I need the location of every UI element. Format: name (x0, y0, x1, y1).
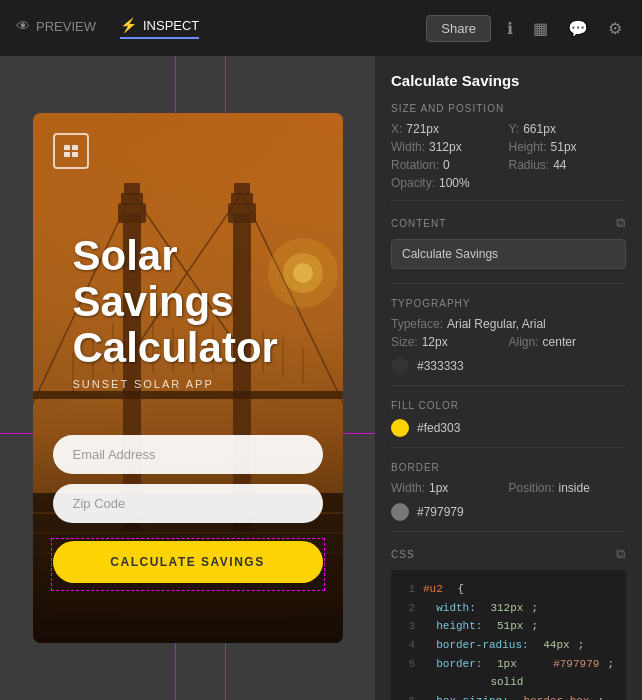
opacity-label: Opacity: (391, 176, 435, 190)
rotation-label: Rotation: (391, 158, 439, 172)
border-pos-label: Position: (509, 481, 555, 495)
preview-label: PREVIEW (36, 19, 96, 34)
css-line-4: 4 border-radius: 44px; (403, 636, 614, 655)
css-block: 1 #u2 { 2 width: 312px; 3 height: 51px; … (391, 570, 626, 700)
app-title-text: Solar Savings Calculator (73, 233, 278, 372)
radius-prop: Radius: 44 (509, 158, 627, 172)
css-copy-icon[interactable]: ⧉ (616, 546, 626, 562)
share-button[interactable]: Share (426, 15, 491, 42)
fill-section: FILL COLOR (391, 400, 626, 411)
width-value: 312px (429, 140, 462, 154)
typography-header: TYPOGRAPHY (391, 298, 470, 309)
x-value: 721px (406, 122, 439, 136)
css-line-6: 6 box-sizing: border-box; (403, 692, 614, 700)
panel-title: Calculate Savings (391, 72, 626, 89)
typo-color-value: #333333 (417, 359, 464, 373)
css-line-3: 3 height: 51px; (403, 617, 614, 636)
align-label: Align: (509, 335, 539, 349)
fill-header: FILL COLOR (391, 400, 459, 411)
inspect-label: INSPECT (143, 18, 199, 33)
border-position-prop: Position: inside (509, 481, 627, 495)
border-width-value: 1px (429, 481, 448, 495)
css-section: CSS ⧉ (391, 546, 626, 562)
border-pos-value: inside (559, 481, 590, 495)
inspect-tab[interactable]: ⚡ INSPECT (120, 17, 199, 39)
border-color-row: #797979 (391, 503, 626, 521)
fill-color-swatch (391, 419, 409, 437)
typeface-value: Arial Regular, Arial (447, 317, 546, 331)
typo-color-row: #333333 (391, 357, 626, 375)
preview-icon: 👁 (16, 18, 30, 34)
main-content: Solar Savings Calculator SUNSET SOLAR AP… (0, 56, 642, 700)
content-input[interactable] (391, 239, 626, 269)
fill-color-value: #fed303 (417, 421, 460, 435)
css-ln-1: 1 (403, 580, 415, 599)
divider-5 (391, 531, 626, 532)
typeface-row: Typeface: Arial Regular, Arial (391, 317, 626, 331)
divider-1 (391, 200, 626, 201)
divider-4 (391, 447, 626, 448)
settings-icon[interactable]: ⚙ (604, 15, 626, 42)
y-prop: Y: 661px (509, 122, 627, 136)
x-label: X: (391, 122, 402, 136)
width-prop: Width: 312px (391, 140, 509, 154)
y-value: 661px (523, 122, 556, 136)
title-line1: Solar (73, 232, 178, 279)
typo-size-align: Size: 12px Align: center (391, 335, 626, 349)
border-width-label: Width: (391, 481, 425, 495)
typography-section: TYPOGRAPHY (391, 298, 626, 309)
app-header-icon (53, 133, 89, 169)
border-width-prop: Width: 1px (391, 481, 509, 495)
align-prop: Align: center (509, 335, 627, 349)
inspect-panel: Calculate Savings SIZE AND POSITION X: 7… (375, 56, 642, 700)
css-line-5: 5 border: 1px solid #797979; (403, 655, 614, 692)
fill-color-row: #fed303 (391, 419, 626, 437)
opacity-value: 100% (439, 176, 470, 190)
top-nav: 👁 PREVIEW ⚡ INSPECT Share ℹ ▦ 💬 ⚙ (0, 0, 642, 56)
height-prop: Height: 51px (509, 140, 627, 154)
x-prop: X: 721px (391, 122, 509, 136)
divider-3 (391, 385, 626, 386)
preview-tab[interactable]: 👁 PREVIEW (16, 18, 96, 38)
align-value: center (543, 335, 576, 349)
app-mock[interactable]: Solar Savings Calculator SUNSET SOLAR AP… (33, 113, 343, 643)
height-value: 51px (551, 140, 577, 154)
svg-rect-23 (33, 391, 343, 399)
radius-value: 44 (553, 158, 566, 172)
size-label: Size: (391, 335, 418, 349)
css-header: CSS (391, 549, 415, 560)
border-header: BORDER (391, 462, 440, 473)
typeface-label: Typeface: (391, 317, 443, 331)
size-position-header: SIZE AND POSITION (391, 103, 504, 114)
content-section: CONTENT ⧉ (391, 215, 626, 231)
typo-color-swatch (391, 357, 409, 375)
cta-button[interactable]: CALCULATE SAVINGS (53, 541, 323, 583)
rotation-value: 0 (443, 158, 450, 172)
width-label: Width: (391, 140, 425, 154)
css-line-1: 1 #u2 { (403, 580, 614, 599)
copy-icon[interactable]: ⧉ (616, 215, 626, 231)
content-header: CONTENT (391, 218, 446, 229)
radius-label: Radius: (509, 158, 550, 172)
nav-tabs: 👁 PREVIEW ⚡ INSPECT (16, 17, 199, 39)
opacity-prop: Opacity: 100% (391, 176, 509, 190)
title-line3: Calculator (73, 324, 278, 371)
border-color-swatch (391, 503, 409, 521)
border-props: Width: 1px Position: inside (391, 481, 626, 495)
svg-point-30 (293, 263, 313, 283)
solar-panel-icon (53, 133, 89, 169)
size-position-section: SIZE AND POSITION (391, 103, 626, 114)
comment-icon[interactable]: 💬 (564, 15, 592, 42)
app-subtitle: SUNSET SOLAR APP (73, 378, 278, 390)
inspect-icon: ⚡ (120, 17, 137, 33)
grid-icon[interactable]: ▦ (529, 15, 552, 42)
divider-2 (391, 283, 626, 284)
y-label: Y: (509, 122, 520, 136)
size-position-grid: X: 721px Y: 661px Width: 312px Height: 5… (391, 122, 626, 190)
canvas-area[interactable]: Solar Savings Calculator SUNSET SOLAR AP… (0, 56, 375, 700)
nav-actions: Share ℹ ▦ 💬 ⚙ (426, 15, 626, 42)
height-label: Height: (509, 140, 547, 154)
email-input[interactable]: Email Address (53, 435, 323, 474)
info-icon[interactable]: ℹ (503, 15, 517, 42)
zip-input[interactable]: Zip Code (53, 484, 323, 523)
